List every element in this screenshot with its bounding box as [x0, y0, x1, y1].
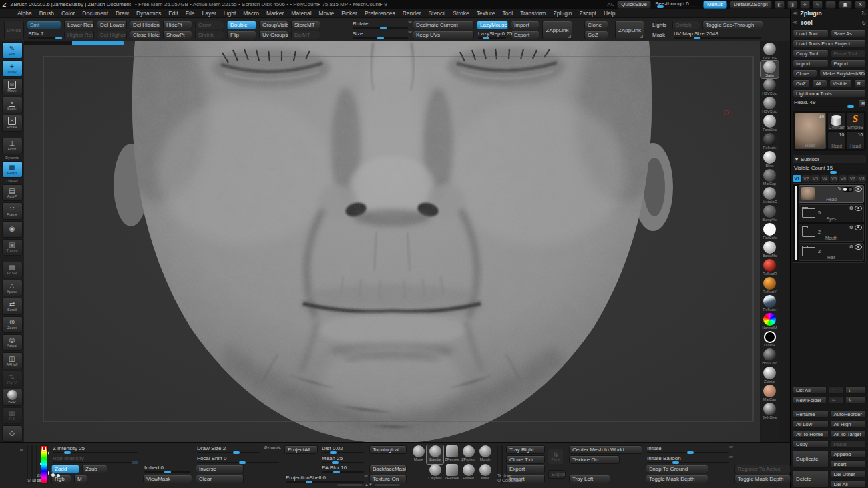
slider-handle[interactable] [239, 461, 246, 464]
decimate-current-button[interactable]: Decimate Current [413, 21, 474, 29]
slider-handle[interactable] [306, 481, 312, 483]
brush-inflat[interactable]: Inflat [477, 464, 493, 483]
m-button[interactable]: M [74, 475, 87, 483]
zoom-button[interactable]: ⊕Zoom [2, 316, 23, 333]
showpt-button[interactable]: ShowPt [163, 31, 192, 39]
save-as-button[interactable]: Save As [831, 29, 867, 37]
smt-button[interactable]: Smt [27, 21, 61, 29]
material-hsvcolo[interactable]: HSVColo [761, 97, 779, 114]
visible-count-slider[interactable]: Visible Count 15 [793, 165, 866, 174]
menu-stroke[interactable]: Stroke [453, 10, 469, 17]
inverse-button[interactable]: Inverse [196, 465, 244, 473]
menu-macro[interactable]: Macro [243, 10, 259, 17]
all-button[interactable]: All [812, 79, 827, 87]
delete-button[interactable]: Delete [793, 470, 829, 488]
item-button[interactable]: ◉ [2, 221, 23, 238]
inflate-balloon-slider[interactable]: Inflate Balloon≡▾z [646, 455, 731, 464]
uv-groups-button[interactable]: Uv Groups [259, 31, 288, 39]
tab-v8[interactable]: V8 [857, 175, 866, 182]
tray-left-button[interactable]: Tray Left [569, 475, 610, 483]
zplugin-palette-header[interactable]: ≪Zplugin↻ [793, 9, 866, 18]
subtool-row-eyes[interactable]: 5⚙Eyes [799, 204, 864, 222]
make-polymesh3d-button[interactable]: Make PolyMesh3D [819, 69, 866, 77]
hue-strip[interactable] [41, 446, 47, 483]
window-minimize-button[interactable]: – [825, 1, 836, 9]
scroll-button[interactable]: ⇄Scroll [2, 298, 23, 314]
menu-render[interactable]: Render [403, 10, 421, 17]
slider-handle[interactable] [483, 37, 489, 39]
texture-off-thumbnail[interactable]: Texture Off [497, 445, 498, 484]
toggle-see-through-button[interactable]: Toggle See-Through [702, 21, 763, 29]
menu-color[interactable]: Color [61, 10, 75, 17]
all-to-home-button[interactable]: All To Home [793, 430, 829, 438]
persp-button[interactable]: ▦Persp [2, 161, 23, 178]
all-low-button[interactable]: All Low [793, 420, 829, 428]
slider-handle[interactable] [377, 37, 384, 39]
projectall-button[interactable]: ProjectAll [284, 445, 318, 454]
material-basicma[interactable]: BasicMa [761, 241, 779, 258]
reload-icon[interactable]: ↻ [861, 20, 866, 26]
import-button[interactable]: Import [511, 21, 539, 29]
menu-alpha[interactable]: Alpha [17, 10, 32, 17]
aahalf-button[interactable]: ◫AAHalf [2, 352, 23, 369]
material-zmetal[interactable]: ZMetal [761, 367, 779, 384]
slider-handle[interactable] [380, 27, 387, 29]
toggle-mask-depth-button[interactable]: Toggle Mask Depth [646, 475, 708, 483]
menu-draw[interactable]: Draw [116, 10, 129, 17]
all-to-target-button[interactable]: All To Target [831, 430, 867, 438]
move-into-folder-button[interactable]: ↳ [845, 396, 866, 404]
menu-preferences[interactable]: Preferences [365, 10, 395, 17]
menu-zscript[interactable]: Zscript [579, 10, 596, 17]
brush-thumbnail-standard[interactable]: Standard [27, 445, 28, 484]
tab-v4[interactable]: V4 [821, 175, 829, 182]
all-high-button[interactable]: All High [831, 420, 867, 428]
eye-icon[interactable] [855, 206, 862, 211]
material-jellybea[interactable]: JellyBea [761, 403, 779, 420]
slider-handle[interactable] [330, 451, 337, 454]
tab-v1[interactable]: V1 [793, 175, 801, 182]
slider-handle[interactable] [687, 451, 694, 454]
del-all-button[interactable]: Del All [831, 480, 867, 488]
slider-handle[interactable] [64, 451, 71, 454]
material-reflectr[interactable]: ReflectR [761, 259, 779, 276]
viewmask-button[interactable]: ViewMask [143, 475, 192, 483]
slider-handle[interactable] [830, 171, 837, 174]
del-hidden-button[interactable]: Del Hidden [130, 21, 160, 29]
load-tools-from-project-button[interactable]: Load Tools From Project [793, 39, 866, 47]
duplicate-button[interactable]: Duplicate [793, 450, 829, 468]
doc-nav-left-icon[interactable]: ◧ [775, 1, 785, 9]
tool-head-thumbnail[interactable]: 10Head [828, 132, 845, 149]
size-slider[interactable]: Size≡▾z [351, 31, 410, 39]
del-other-button[interactable]: Del Other [831, 470, 867, 478]
move-down-button[interactable]: ↓ [845, 386, 866, 394]
keep-uvs-button[interactable]: Keep UVs [413, 31, 474, 39]
goz-button[interactable]: GoZ [793, 79, 810, 87]
center-mesh-to-world-button[interactable]: Center Mesh to World [569, 445, 642, 454]
projection-shell-slider[interactable]: ProjectionShell 0≡▾z [284, 475, 366, 483]
subtool-scrollbar[interactable] [795, 186, 797, 260]
window-restore-button[interactable]: ▣ [839, 1, 852, 9]
brush-standar[interactable]: Standar [427, 445, 443, 464]
material-hsvcolo[interactable]: HSVColo [761, 348, 779, 366]
tab-v3[interactable]: V3 [811, 175, 820, 182]
brush-flatten[interactable]: Flatten [460, 464, 477, 483]
del-lower-button[interactable]: Del Lower [97, 21, 127, 29]
material-reflecte[interactable]: Reflecte [761, 295, 779, 312]
active-tool-thumbnail[interactable]: 10Head [795, 113, 826, 149]
slider-handle[interactable] [847, 105, 854, 108]
frame-button[interactable]: ∷Frame [2, 202, 23, 219]
material-fastsha[interactable]: FastSha [761, 115, 779, 132]
zsub-button[interactable]: Zsub [82, 465, 107, 473]
autoreorder-button[interactable]: AutoReorder [831, 410, 867, 418]
material-blinn[interactable]: Blinn [761, 151, 779, 168]
subtool-section-header[interactable]: ▾Subtool [793, 155, 866, 163]
hand-tool-icon[interactable]: ✥ [800, 1, 810, 9]
color-picker[interactable] [41, 445, 48, 484]
material-matcap[interactable]: MatCap [761, 385, 779, 402]
load-tool-button[interactable]: Load Tool [793, 29, 829, 37]
actvp-button[interactable]: ▤ActvP [2, 184, 23, 201]
subtool-row-head[interactable]: ✎Head [799, 185, 864, 203]
floor-button[interactable]: ⊥Floor [2, 138, 23, 154]
pt-sel-button[interactable]: ▩Pt Sel [2, 262, 23, 278]
export-button[interactable]: Export [511, 31, 539, 39]
